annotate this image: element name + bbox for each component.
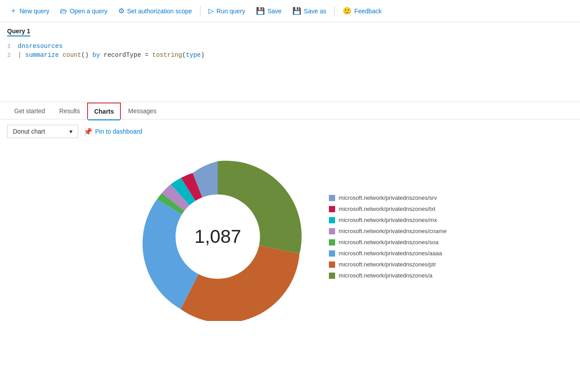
legend-color-box [329,217,335,223]
legend-label: microsoft.network/privatednszones/a [339,272,432,279]
legend-color-box [329,228,335,234]
chart-area: 1,087 microsoft.network/privatednszones/… [0,143,580,330]
folder-icon: 🗁 [60,7,67,15]
legend-label: microsoft.network/privatednszones/txt [339,206,435,212]
save-as-button[interactable]: 💾 Save as [288,4,331,18]
toolbar: ＋ New query 🗁 Open a query ⚙ Set authori… [0,0,580,22]
legend-color-box [329,273,335,279]
set-auth-button[interactable]: ⚙ Set authorization scope [114,4,196,18]
query-editor-section: Query 1 1 dnsresources 2 | summarize cou… [0,22,580,102]
legend-item: microsoft.network/privatednszones/a [329,272,447,279]
code-editor[interactable]: 1 dnsresources 2 | summarize count() by … [0,40,580,86]
chart-type-dropdown[interactable]: Donut chart ▾ [7,125,78,138]
legend-color-box [329,250,335,257]
legend-label: microsoft.network/privatednszones/mx [339,217,437,223]
legend-label: microsoft.network/privatednszones/ptr [339,261,436,268]
query-title: Query 1 [0,26,580,40]
legend-label: microsoft.network/privatednszones/cname [339,228,447,234]
tab-get-started[interactable]: Get started [7,102,52,119]
legend-color-box [329,261,335,268]
tab-messages[interactable]: Messages [121,102,164,119]
run-icon: ▷ [208,7,214,15]
chart-legend: microsoft.network/privatednszones/srvmic… [329,194,447,279]
separator-2 [334,6,335,16]
pin-to-dashboard-button[interactable]: 📌 Pin to dashboard [84,127,142,136]
legend-label: microsoft.network/privatednszones/srv [339,194,437,201]
code-line-2: 2 | summarize count() by recordType = to… [0,51,580,59]
save-button[interactable]: 💾 Save [252,4,286,18]
legend-item: microsoft.network/privatednszones/cname [329,228,447,234]
plus-icon: ＋ [10,6,17,16]
save-icon: 💾 [256,7,265,15]
tab-results[interactable]: Results [52,102,87,119]
separator-1 [200,6,200,16]
donut-chart: 1,087 [133,152,302,321]
save-as-icon: 💾 [292,7,301,15]
tabs-bar: Get started Results Charts Messages [0,102,580,119]
legend-label: microsoft.network/privatednszones/soa [339,239,439,245]
legend-item: microsoft.network/privatednszones/aaaa [329,250,447,257]
donut-hole [176,194,260,279]
legend-color-box [329,239,335,245]
legend-item: microsoft.network/privatednszones/ptr [329,261,447,268]
legend-item: microsoft.network/privatednszones/srv [329,194,447,201]
new-query-button[interactable]: ＋ New query [5,4,54,18]
chart-type-label: Donut chart [13,128,45,135]
legend-item: microsoft.network/privatednszones/txt [329,206,447,212]
donut-svg [133,152,302,321]
chevron-down-icon: ▾ [69,128,72,135]
run-query-button[interactable]: ▷ Run query [204,4,250,18]
feedback-icon: 🙂 [343,7,352,15]
legend-color-box [329,206,335,212]
code-line-1: 1 dnsresources [0,42,580,51]
open-query-button[interactable]: 🗁 Open a query [56,4,112,18]
pin-icon: 📌 [84,127,92,136]
chart-controls: Donut chart ▾ 📌 Pin to dashboard [0,119,580,143]
feedback-button[interactable]: 🙂 Feedback [338,4,386,18]
legend-label: microsoft.network/privatednszones/aaaa [339,250,442,257]
legend-item: microsoft.network/privatednszones/soa [329,239,447,245]
gear-icon: ⚙ [118,7,124,15]
tab-charts[interactable]: Charts [87,103,121,119]
legend-item: microsoft.network/privatednszones/mx [329,217,447,223]
legend-color-box [329,195,335,201]
